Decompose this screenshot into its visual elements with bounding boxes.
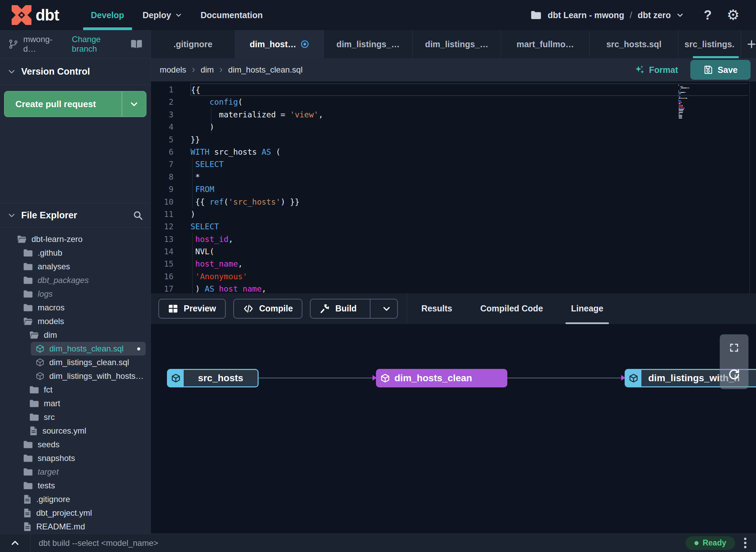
tree-item-analyses[interactable]: analyses xyxy=(18,260,146,273)
folder-icon xyxy=(29,413,39,421)
file-tab[interactable]: src_listings. xyxy=(678,30,741,58)
code-line[interactable]: 8 * xyxy=(151,171,756,183)
code-brackets-icon xyxy=(243,304,254,314)
file-tabs: .gitignoredim_host…dim_listings_…dim_lis… xyxy=(151,30,741,58)
file-explorer-header[interactable]: File Explorer xyxy=(0,203,151,228)
code-line[interactable]: 9 FROM xyxy=(151,183,756,195)
command-input[interactable] xyxy=(38,538,381,548)
tree-item--github[interactable]: .github xyxy=(18,246,146,260)
code-line[interactable]: 12SELECT xyxy=(151,220,756,233)
code-line[interactable]: 13 host_id, xyxy=(151,233,756,245)
tree-item-sources-yml[interactable]: sources.yml xyxy=(25,424,146,438)
code-line[interactable]: 14 NVL( xyxy=(151,245,756,258)
tree-item-dim-listings-with-hosts-[interactable]: dim_listings_with_hosts… xyxy=(31,369,146,383)
help-icon[interactable]: ? xyxy=(704,8,712,23)
refresh-icon[interactable] xyxy=(728,368,741,381)
branch-name: mwong-d… xyxy=(23,35,64,54)
tree-item-label: README.md xyxy=(36,522,85,531)
code-editor[interactable]: 1{{2 config(3 materialized = 'view',4 )5… xyxy=(151,81,756,293)
nav-deploy[interactable]: Deploy xyxy=(133,0,191,30)
format-button[interactable]: Format xyxy=(635,65,678,75)
code-line[interactable]: 11) xyxy=(151,208,756,220)
change-branch-link[interactable]: Change branch xyxy=(72,35,126,54)
tree-item-dim-listings-clean-sql[interactable]: dim_listings_clean.sql xyxy=(31,356,146,369)
new-tab-button[interactable] xyxy=(741,30,756,58)
folder-icon xyxy=(23,262,33,271)
folder-icon xyxy=(23,440,33,449)
search-icon[interactable] xyxy=(133,210,143,220)
project-breadcrumb[interactable]: dbt Learn - mwong / dbt zero xyxy=(548,10,684,21)
kebab-menu-icon[interactable] xyxy=(744,538,746,548)
file-tab[interactable]: dim_listings_… xyxy=(413,30,501,58)
code-line[interactable]: 1{{ xyxy=(151,84,756,96)
editor-minimap[interactable] xyxy=(678,85,697,119)
file-tab[interactable]: dim_host… xyxy=(235,30,324,58)
tab-results[interactable]: Results xyxy=(419,293,454,324)
code-line[interactable]: 6WITH src_hosts AS ( xyxy=(151,146,756,158)
line-number: 15 xyxy=(151,258,191,270)
panel-divider xyxy=(407,293,407,324)
tree-item-mart[interactable]: mart xyxy=(25,397,146,410)
nav-documentation[interactable]: Documentation xyxy=(191,0,272,30)
dbt-logo-icon xyxy=(12,5,31,25)
lineage-node-src_hosts[interactable]: src_hosts xyxy=(167,369,259,387)
build-button[interactable]: Build xyxy=(310,299,398,319)
build-dropdown-button[interactable] xyxy=(376,304,397,313)
code-line[interactable]: 2 config( xyxy=(151,96,756,108)
code-line[interactable]: 15 host_name, xyxy=(151,258,756,270)
editor-scrollbar[interactable] xyxy=(750,81,750,293)
save-button[interactable]: Save xyxy=(690,60,751,80)
code-line[interactable]: 3 materialized = 'view', xyxy=(151,108,756,121)
tab-compiled-code[interactable]: Compiled Code xyxy=(478,293,545,324)
tree-item-dbt-project-yml[interactable]: dbt_project.yml xyxy=(18,506,146,520)
chevron-down-icon[interactable] xyxy=(676,11,684,19)
file-tab[interactable]: .gitignore xyxy=(151,30,235,58)
lineage-node-dim_hosts_clean[interactable]: dim_hosts_clean xyxy=(376,369,507,387)
tree-item-macros[interactable]: macros xyxy=(18,301,146,314)
breadcrumb-item[interactable]: dim xyxy=(200,65,214,75)
code-line[interactable]: 17 ) AS host_name, xyxy=(151,283,756,293)
tree-item-fct[interactable]: fct xyxy=(25,383,146,397)
breadcrumb-item[interactable]: models xyxy=(160,65,186,75)
version-control-header[interactable]: Version Control xyxy=(0,59,151,85)
tree-item-dbt-learn-zero[interactable]: dbt-learn-zero xyxy=(12,232,146,246)
line-number: 3 xyxy=(151,108,191,121)
tree-item--gitignore[interactable]: .gitignore xyxy=(18,492,146,506)
tab-scrollbar[interactable] xyxy=(693,56,739,58)
code-line[interactable]: 4 ) xyxy=(151,121,756,133)
file-tab[interactable]: dim_listings_… xyxy=(324,30,413,58)
lineage-graph[interactable]: src_hostsdim_hosts_cleandim_listings_wit… xyxy=(151,324,756,534)
tab-lineage[interactable]: Lineage xyxy=(569,293,605,324)
file-tab[interactable]: mart_fullmo… xyxy=(501,30,590,58)
tree-item-label: mart xyxy=(44,399,60,408)
preview-button[interactable]: Preview xyxy=(158,299,226,319)
tree-item-dbt-packages[interactable]: dbt_packages xyxy=(18,273,146,287)
code-line[interactable]: 7 SELECT xyxy=(151,158,756,170)
tree-item-target[interactable]: target xyxy=(18,465,146,479)
file-tab[interactable]: src_hosts.sql xyxy=(590,30,678,58)
docs-book-icon[interactable] xyxy=(131,39,142,49)
editor-header: models › dim › dim_hosts_clean.sql Forma… xyxy=(151,58,756,81)
create-pull-request-button[interactable]: Create pull request xyxy=(4,91,146,117)
dbt-logo[interactable]: dbt xyxy=(12,5,59,25)
tree-item-models[interactable]: models xyxy=(18,314,146,328)
expand-command-bar-button[interactable] xyxy=(0,534,30,552)
code-line[interactable]: 10 {{ ref('src_hosts') }} xyxy=(151,196,756,208)
settings-gear-icon[interactable]: ⚙ xyxy=(727,8,740,22)
tree-item-dim-hosts-clean-sql[interactable]: dim_hosts_clean.sql xyxy=(31,342,146,356)
code-line[interactable]: 16 'Anonymous' xyxy=(151,270,756,283)
line-number: 11 xyxy=(151,208,191,220)
fullscreen-icon[interactable] xyxy=(729,343,739,353)
nav-develop[interactable]: Develop xyxy=(82,0,133,30)
tree-item-readme-md[interactable]: README.md xyxy=(18,520,146,534)
tree-item-label: dbt_packages xyxy=(38,275,89,285)
tree-item-logs[interactable]: logs xyxy=(18,287,146,301)
tree-item-src[interactable]: src xyxy=(25,410,146,424)
code-line[interactable]: 5}} xyxy=(151,133,756,146)
tree-item-tests[interactable]: tests xyxy=(18,479,146,492)
tree-item-snapshots[interactable]: snapshots xyxy=(18,451,146,465)
pr-dropdown-button[interactable] xyxy=(122,91,146,117)
tree-item-dim[interactable]: dim xyxy=(25,328,146,342)
compile-button[interactable]: Compile xyxy=(233,299,303,319)
tree-item-seeds[interactable]: seeds xyxy=(18,438,146,451)
